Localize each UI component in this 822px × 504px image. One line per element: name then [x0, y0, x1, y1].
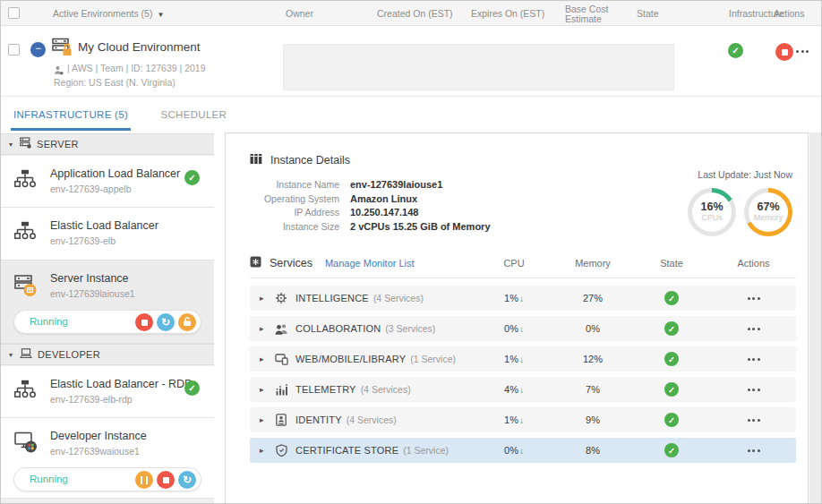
developer-instance-status-pill: Running ↻ [13, 467, 201, 491]
sidebar-item-elastic-load-balancer[interactable]: Elastic Load Balancer env-127639-elb [1, 208, 214, 261]
tab-scheduler[interactable]: SCHEDULER [158, 97, 230, 131]
chevron-right-icon[interactable]: ▸ [260, 355, 269, 363]
cpu-value: 4% [504, 384, 518, 395]
service-name: IDENTITY [295, 414, 342, 425]
cpu-gauge: 16% CPUs [688, 188, 736, 236]
restart-icon: ↻ [161, 317, 170, 328]
service-row-intelligence[interactable]: ▸ INTELLIGENCE (4 Services) 1%↓ 27% ✓ [250, 286, 796, 311]
status-ok-icon: ✓ [184, 380, 200, 396]
restart-instance-button[interactable]: ↻ [178, 471, 196, 489]
services-header: Services Manage Monitor List CPU Memory … [250, 256, 796, 278]
status-running-label: Running [30, 316, 68, 327]
chevron-down-icon: ▾ [9, 141, 20, 149]
active-environments-dropdown[interactable]: Active Environments (5)▼ [53, 1, 164, 28]
devices-icon [273, 354, 289, 365]
chevron-right-icon[interactable]: ▸ [260, 294, 269, 303]
instance-name-value: env-127639laiouse1 [350, 178, 442, 192]
service-count: (1 Service) [403, 445, 449, 456]
server-instance-status-pill: Running ↻ [13, 310, 201, 334]
service-more-actions-button[interactable] [748, 297, 760, 300]
environment-checkbox[interactable] [8, 44, 20, 56]
memory-value: 27% [583, 293, 603, 303]
load-balancer-icon [14, 221, 36, 243]
service-row-identity[interactable]: ▸ IDENTITY (4 Services) 1%↓ 9% ✓ [250, 407, 796, 432]
environment-more-actions-button[interactable] [796, 50, 809, 53]
tab-infrastructure[interactable]: INFRASTRUCTURE (5) [11, 97, 131, 131]
load-balancer-icon [14, 380, 36, 402]
trend-down-icon: ↓ [519, 415, 524, 425]
service-row-collaboration[interactable]: ▸ COLLABORATION (3 Services) 0%↓ 0% ✓ [250, 316, 796, 341]
column-memory: Memory [553, 258, 632, 269]
sidebar-item-server-instance[interactable]: Server Instance env-127639laiouse1 Runni… [1, 261, 214, 344]
environment-details-placeholder [283, 44, 674, 90]
stop-instance-button[interactable] [135, 313, 153, 331]
service-more-actions-button[interactable] [748, 449, 760, 452]
chevron-right-icon[interactable]: ▸ [260, 446, 269, 455]
pause-icon [141, 476, 148, 484]
ip-address-value: 10.250.147.148 [350, 206, 418, 220]
status-ok-icon: ✓ [664, 291, 679, 305]
restart-instance-button[interactable]: ↻ [157, 313, 175, 331]
environment-name: My Cloud Environment [78, 40, 201, 54]
field-label: Instance Size [250, 220, 339, 235]
memory-value: 7% [586, 384, 600, 395]
service-count: (4 Services) [373, 293, 424, 303]
environment-manager-page: Active Environments (5)▼ Owner Created O… [0, 0, 822, 504]
chevron-down-icon: ▾ [9, 351, 20, 359]
status-ok-icon: ✓ [664, 443, 679, 457]
stop-instance-button[interactable] [157, 471, 175, 489]
service-count: (4 Services) [361, 384, 411, 395]
select-all-checkbox[interactable] [8, 7, 20, 19]
service-row-certificate-store[interactable]: ▸ CERTIFICATE STORE (1 Service) 0%↓ 8% ✓ [250, 438, 796, 463]
services-title: Services [270, 257, 313, 269]
usage-panel: Last Update: Just Now 16% CPUs 67% Memor… [688, 169, 792, 236]
field-label: Instance Name [250, 178, 339, 192]
service-row-web-mobile-library[interactable]: ▸ WEB/MOBILE/LIBRARY (1 Service) 1%↓ 12%… [250, 346, 796, 372]
chevron-right-icon[interactable]: ▸ [260, 415, 269, 424]
people-icon [273, 323, 289, 335]
server-section-icon [20, 136, 31, 152]
sidebar-item-application-load-balancer[interactable]: Application Load Balancer env-127639-app… [1, 156, 214, 208]
status-running-label: Running [30, 474, 68, 484]
chevron-right-icon[interactable]: ▸ [260, 385, 269, 394]
service-name: CERTIFICATE STORE [295, 445, 398, 456]
sidebar-item-elastic-load-balancer-rdp[interactable]: Elastic Load Balancer - RDP env-127639-e… [1, 366, 214, 418]
manage-monitor-list-link[interactable]: Manage Monitor List [325, 258, 415, 269]
column-base-cost-estimate: Base Cost Estimate [565, 4, 608, 23]
service-name: INTELLIGENCE [295, 293, 369, 303]
service-name: TELEMETRY [295, 384, 356, 395]
sidebar-item-developer-instance[interactable]: Developer Instance env-127639waiouse1 Ru… [1, 418, 214, 499]
service-more-actions-button[interactable] [748, 358, 760, 361]
service-count: (4 Services) [347, 414, 397, 425]
cpu-gauge-value: 16% [700, 201, 723, 213]
service-row-telemetry[interactable]: ▸ TELEMETRY (4 Services) 4%↓ 7% ✓ [250, 377, 796, 402]
service-name: COLLABORATION [295, 323, 381, 334]
column-cpu: CPU [475, 258, 553, 269]
infrastructure-status-ok-icon: ✓ [728, 43, 743, 58]
trend-down-icon: ↓ [519, 385, 524, 395]
status-ok-icon: ✓ [664, 321, 679, 336]
trend-down-icon: ↓ [519, 355, 524, 364]
right-gutter [809, 132, 822, 503]
operating-system-value: Amazon Linux [350, 192, 417, 207]
service-more-actions-button[interactable] [748, 419, 760, 422]
field-label: IP Address [250, 206, 339, 220]
sidebar-section-developer[interactable]: ▾ DEVELOPER [1, 344, 214, 365]
environment-region: Region: US East (N. Virginia) [54, 77, 176, 88]
load-balancer-icon [14, 169, 36, 192]
service-more-actions-button[interactable] [748, 328, 760, 330]
environment-row: − My Cloud Environment | AWS | Team | ID… [1, 27, 821, 97]
pause-instance-button[interactable] [135, 471, 153, 489]
chevron-right-icon[interactable]: ▸ [260, 324, 269, 333]
section-label: DEVELOPER [38, 349, 100, 360]
environments-list-header: Active Environments (5)▼ Owner Created O… [1, 1, 821, 26]
stop-environment-button[interactable] [775, 43, 793, 61]
server-instance-icon [14, 274, 38, 301]
lock-instance-button[interactable] [178, 313, 196, 331]
memory-value: 8% [586, 445, 600, 456]
service-more-actions-button[interactable] [748, 389, 760, 391]
chevron-down-icon: ▼ [157, 11, 164, 19]
developer-section-icon [20, 346, 32, 363]
collapse-environment-button[interactable]: − [30, 42, 46, 57]
sidebar-section-server[interactable]: ▾ SERVER [1, 133, 214, 155]
